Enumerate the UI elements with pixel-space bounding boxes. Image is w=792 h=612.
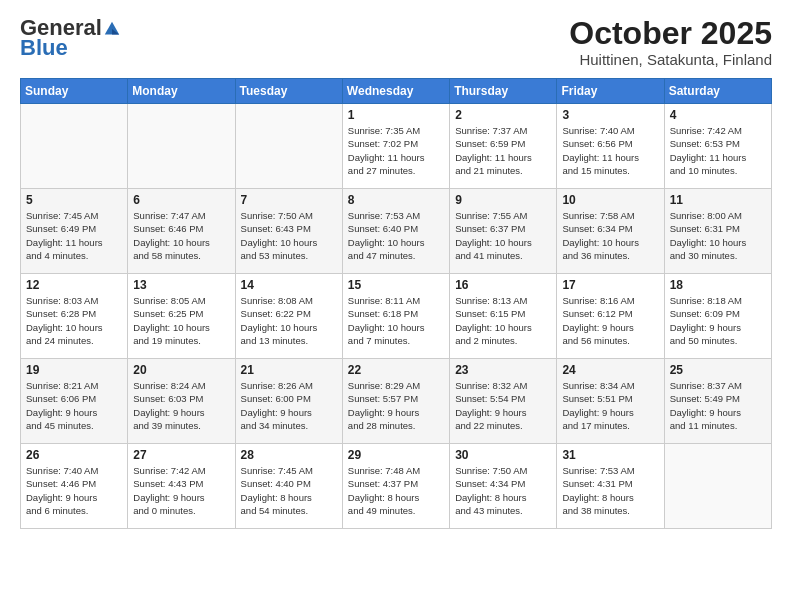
cell-3-7: 18Sunrise: 8:18 AM Sunset: 6:09 PM Dayli…	[664, 274, 771, 359]
cell-4-5: 23Sunrise: 8:32 AM Sunset: 5:54 PM Dayli…	[450, 359, 557, 444]
day-info-8: Sunrise: 7:53 AM Sunset: 6:40 PM Dayligh…	[348, 209, 444, 262]
day-info-22: Sunrise: 8:29 AM Sunset: 5:57 PM Dayligh…	[348, 379, 444, 432]
day-info-14: Sunrise: 8:08 AM Sunset: 6:22 PM Dayligh…	[241, 294, 337, 347]
day-number-3: 3	[562, 108, 658, 122]
day-number-9: 9	[455, 193, 551, 207]
day-info-31: Sunrise: 7:53 AM Sunset: 4:31 PM Dayligh…	[562, 464, 658, 517]
day-info-28: Sunrise: 7:45 AM Sunset: 4:40 PM Dayligh…	[241, 464, 337, 517]
cell-2-7: 11Sunrise: 8:00 AM Sunset: 6:31 PM Dayli…	[664, 189, 771, 274]
day-info-5: Sunrise: 7:45 AM Sunset: 6:49 PM Dayligh…	[26, 209, 122, 262]
cell-1-2	[128, 104, 235, 189]
cell-1-1	[21, 104, 128, 189]
day-number-4: 4	[670, 108, 766, 122]
day-number-30: 30	[455, 448, 551, 462]
calendar-table: Sunday Monday Tuesday Wednesday Thursday…	[20, 78, 772, 529]
cell-3-5: 16Sunrise: 8:13 AM Sunset: 6:15 PM Dayli…	[450, 274, 557, 359]
col-saturday: Saturday	[664, 79, 771, 104]
day-number-28: 28	[241, 448, 337, 462]
cell-5-4: 29Sunrise: 7:48 AM Sunset: 4:37 PM Dayli…	[342, 444, 449, 529]
day-number-18: 18	[670, 278, 766, 292]
cell-1-3	[235, 104, 342, 189]
cell-2-2: 6Sunrise: 7:47 AM Sunset: 6:46 PM Daylig…	[128, 189, 235, 274]
day-info-7: Sunrise: 7:50 AM Sunset: 6:43 PM Dayligh…	[241, 209, 337, 262]
day-info-1: Sunrise: 7:35 AM Sunset: 7:02 PM Dayligh…	[348, 124, 444, 177]
cell-3-2: 13Sunrise: 8:05 AM Sunset: 6:25 PM Dayli…	[128, 274, 235, 359]
cell-4-3: 21Sunrise: 8:26 AM Sunset: 6:00 PM Dayli…	[235, 359, 342, 444]
cell-4-6: 24Sunrise: 8:34 AM Sunset: 5:51 PM Dayli…	[557, 359, 664, 444]
day-info-9: Sunrise: 7:55 AM Sunset: 6:37 PM Dayligh…	[455, 209, 551, 262]
col-thursday: Thursday	[450, 79, 557, 104]
day-number-1: 1	[348, 108, 444, 122]
day-info-21: Sunrise: 8:26 AM Sunset: 6:00 PM Dayligh…	[241, 379, 337, 432]
cell-2-6: 10Sunrise: 7:58 AM Sunset: 6:34 PM Dayli…	[557, 189, 664, 274]
day-number-20: 20	[133, 363, 229, 377]
day-info-4: Sunrise: 7:42 AM Sunset: 6:53 PM Dayligh…	[670, 124, 766, 177]
day-number-26: 26	[26, 448, 122, 462]
cell-3-1: 12Sunrise: 8:03 AM Sunset: 6:28 PM Dayli…	[21, 274, 128, 359]
day-info-18: Sunrise: 8:18 AM Sunset: 6:09 PM Dayligh…	[670, 294, 766, 347]
day-info-13: Sunrise: 8:05 AM Sunset: 6:25 PM Dayligh…	[133, 294, 229, 347]
day-number-10: 10	[562, 193, 658, 207]
day-info-27: Sunrise: 7:42 AM Sunset: 4:43 PM Dayligh…	[133, 464, 229, 517]
day-number-23: 23	[455, 363, 551, 377]
cell-5-5: 30Sunrise: 7:50 AM Sunset: 4:34 PM Dayli…	[450, 444, 557, 529]
calendar-subtitle: Huittinen, Satakunta, Finland	[569, 51, 772, 68]
day-info-24: Sunrise: 8:34 AM Sunset: 5:51 PM Dayligh…	[562, 379, 658, 432]
cell-2-3: 7Sunrise: 7:50 AM Sunset: 6:43 PM Daylig…	[235, 189, 342, 274]
col-friday: Friday	[557, 79, 664, 104]
day-info-26: Sunrise: 7:40 AM Sunset: 4:46 PM Dayligh…	[26, 464, 122, 517]
cell-3-3: 14Sunrise: 8:08 AM Sunset: 6:22 PM Dayli…	[235, 274, 342, 359]
cell-3-6: 17Sunrise: 8:16 AM Sunset: 6:12 PM Dayli…	[557, 274, 664, 359]
cell-2-1: 5Sunrise: 7:45 AM Sunset: 6:49 PM Daylig…	[21, 189, 128, 274]
week-row-3: 12Sunrise: 8:03 AM Sunset: 6:28 PM Dayli…	[21, 274, 772, 359]
cell-3-4: 15Sunrise: 8:11 AM Sunset: 6:18 PM Dayli…	[342, 274, 449, 359]
day-info-19: Sunrise: 8:21 AM Sunset: 6:06 PM Dayligh…	[26, 379, 122, 432]
cell-4-7: 25Sunrise: 8:37 AM Sunset: 5:49 PM Dayli…	[664, 359, 771, 444]
cell-5-2: 27Sunrise: 7:42 AM Sunset: 4:43 PM Dayli…	[128, 444, 235, 529]
col-monday: Monday	[128, 79, 235, 104]
day-number-13: 13	[133, 278, 229, 292]
cell-4-1: 19Sunrise: 8:21 AM Sunset: 6:06 PM Dayli…	[21, 359, 128, 444]
cell-5-1: 26Sunrise: 7:40 AM Sunset: 4:46 PM Dayli…	[21, 444, 128, 529]
day-info-20: Sunrise: 8:24 AM Sunset: 6:03 PM Dayligh…	[133, 379, 229, 432]
cell-5-7	[664, 444, 771, 529]
header: General Blue October 2025 Huittinen, Sat…	[20, 16, 772, 68]
day-number-31: 31	[562, 448, 658, 462]
day-number-12: 12	[26, 278, 122, 292]
day-number-22: 22	[348, 363, 444, 377]
col-wednesday: Wednesday	[342, 79, 449, 104]
day-info-2: Sunrise: 7:37 AM Sunset: 6:59 PM Dayligh…	[455, 124, 551, 177]
day-info-12: Sunrise: 8:03 AM Sunset: 6:28 PM Dayligh…	[26, 294, 122, 347]
day-info-15: Sunrise: 8:11 AM Sunset: 6:18 PM Dayligh…	[348, 294, 444, 347]
day-number-16: 16	[455, 278, 551, 292]
day-info-11: Sunrise: 8:00 AM Sunset: 6:31 PM Dayligh…	[670, 209, 766, 262]
week-row-5: 26Sunrise: 7:40 AM Sunset: 4:46 PM Dayli…	[21, 444, 772, 529]
day-info-3: Sunrise: 7:40 AM Sunset: 6:56 PM Dayligh…	[562, 124, 658, 177]
day-number-27: 27	[133, 448, 229, 462]
day-number-24: 24	[562, 363, 658, 377]
col-tuesday: Tuesday	[235, 79, 342, 104]
day-number-21: 21	[241, 363, 337, 377]
cell-4-4: 22Sunrise: 8:29 AM Sunset: 5:57 PM Dayli…	[342, 359, 449, 444]
day-info-30: Sunrise: 7:50 AM Sunset: 4:34 PM Dayligh…	[455, 464, 551, 517]
header-row: Sunday Monday Tuesday Wednesday Thursday…	[21, 79, 772, 104]
day-info-29: Sunrise: 7:48 AM Sunset: 4:37 PM Dayligh…	[348, 464, 444, 517]
cell-1-5: 2Sunrise: 7:37 AM Sunset: 6:59 PM Daylig…	[450, 104, 557, 189]
week-row-2: 5Sunrise: 7:45 AM Sunset: 6:49 PM Daylig…	[21, 189, 772, 274]
day-info-6: Sunrise: 7:47 AM Sunset: 6:46 PM Dayligh…	[133, 209, 229, 262]
cell-2-4: 8Sunrise: 7:53 AM Sunset: 6:40 PM Daylig…	[342, 189, 449, 274]
day-number-2: 2	[455, 108, 551, 122]
day-info-10: Sunrise: 7:58 AM Sunset: 6:34 PM Dayligh…	[562, 209, 658, 262]
cell-1-6: 3Sunrise: 7:40 AM Sunset: 6:56 PM Daylig…	[557, 104, 664, 189]
page: General Blue October 2025 Huittinen, Sat…	[0, 0, 792, 612]
cell-2-5: 9Sunrise: 7:55 AM Sunset: 6:37 PM Daylig…	[450, 189, 557, 274]
logo-icon	[103, 20, 121, 38]
cell-1-7: 4Sunrise: 7:42 AM Sunset: 6:53 PM Daylig…	[664, 104, 771, 189]
day-number-8: 8	[348, 193, 444, 207]
day-info-17: Sunrise: 8:16 AM Sunset: 6:12 PM Dayligh…	[562, 294, 658, 347]
col-sunday: Sunday	[21, 79, 128, 104]
day-number-29: 29	[348, 448, 444, 462]
week-row-1: 1Sunrise: 7:35 AM Sunset: 7:02 PM Daylig…	[21, 104, 772, 189]
day-number-14: 14	[241, 278, 337, 292]
day-number-7: 7	[241, 193, 337, 207]
